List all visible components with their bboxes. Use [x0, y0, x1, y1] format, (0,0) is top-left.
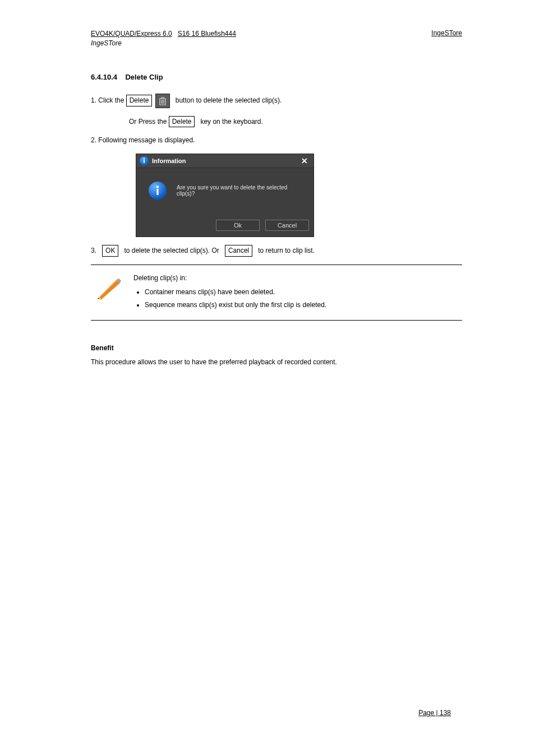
ok-label: OK — [102, 245, 118, 257]
close-icon[interactable]: ✕ — [299, 157, 310, 165]
heading-number: 6.4.10.4 — [91, 73, 117, 81]
step-2: 2. Following message is displayed. — [91, 135, 462, 146]
info-icon — [140, 156, 149, 165]
svg-marker-6 — [100, 279, 119, 296]
step-1b: Or Press the Delete key on the keyboard. — [129, 116, 462, 128]
dialog-wrap: Information ✕ Are you sure you want to d… — [136, 154, 462, 237]
svg-point-0 — [144, 158, 145, 159]
delete-button-label: Delete — [126, 95, 153, 106]
header-section: IngeSTore — [91, 39, 236, 48]
dialog-footer: Ok Cancel — [136, 216, 313, 236]
section-heading: 6.4.10.4 Delete Clip — [91, 73, 462, 81]
divider-bottom — [91, 320, 462, 321]
header-page-name: IngeSTore — [431, 29, 462, 37]
step-3-suffix: to return to clip list. — [258, 247, 315, 254]
benefit-block: Benefit This procedure allows the user t… — [91, 343, 462, 368]
step-1b-pre: Or Press the — [129, 117, 167, 125]
svg-point-2 — [156, 185, 159, 188]
page-number: Page | 138 — [418, 709, 451, 717]
dialog-titlebar: Information ✕ — [136, 154, 313, 168]
note-list: Container means clip(s) have been delete… — [145, 287, 326, 310]
divider-top — [91, 265, 462, 265]
note-item-sequence: Sequence means clip(s) exist but only th… — [145, 300, 326, 310]
svg-rect-1 — [144, 160, 145, 163]
note-row: Deleting clip(s) in: Container means cli… — [91, 273, 462, 312]
step-3-num: 3. — [91, 247, 96, 254]
dialog-message: Are you sure you want to delete the sele… — [177, 184, 306, 197]
cancel-label: Cancel — [225, 245, 252, 257]
delete-key-label: Delete — [169, 116, 195, 128]
step-3: 3. OK to delete the selected clip(s). Or… — [91, 245, 462, 257]
header-company: S16 16 Bluefish444 — [178, 30, 236, 38]
cancel-button[interactable]: Cancel — [265, 220, 309, 231]
page-header: EVO4K/QUAD/Express 6.0 S16 16 Bluefish44… — [91, 29, 462, 48]
step-3-mid: to delete the selected clip(s). Or — [124, 247, 219, 254]
note-item-container: Container means clip(s) have been delete… — [145, 287, 326, 298]
step-1b-post: key on the keyboard. — [200, 117, 262, 125]
header-left: EVO4K/QUAD/Express 6.0 S16 16 Bluefish44… — [91, 29, 236, 48]
step-1-prefix: 1. Click the — [91, 96, 124, 104]
trash-icon — [155, 94, 170, 108]
dialog-body: Are you sure you want to delete the sele… — [136, 168, 313, 216]
header-model: EVO4K/QUAD/Express 6.0 — [91, 30, 172, 38]
information-dialog: Information ✕ Are you sure you want to d… — [136, 154, 314, 237]
step-1: 1. Click the Delete button to delete the… — [91, 94, 462, 108]
step-1-suffix: button to delete the selected clip(s). — [176, 96, 282, 104]
svg-marker-5 — [100, 280, 120, 300]
svg-rect-3 — [156, 189, 158, 195]
dialog-title: Information — [152, 157, 299, 164]
benefit-text: This procedure allows the user to have t… — [91, 357, 462, 368]
page: EVO4K/QUAD/Express 6.0 S16 16 Bluefish44… — [0, 0, 535, 756]
note-body: Deleting clip(s) in: Container means cli… — [133, 273, 326, 312]
info-icon-large — [149, 182, 167, 200]
pencil-icon — [94, 274, 122, 304]
benefit-title: Benefit — [91, 343, 462, 354]
heading-text: Delete Clip — [125, 73, 163, 81]
ok-button[interactable]: Ok — [216, 220, 260, 231]
note-intro: Deleting clip(s) in: — [133, 273, 326, 284]
